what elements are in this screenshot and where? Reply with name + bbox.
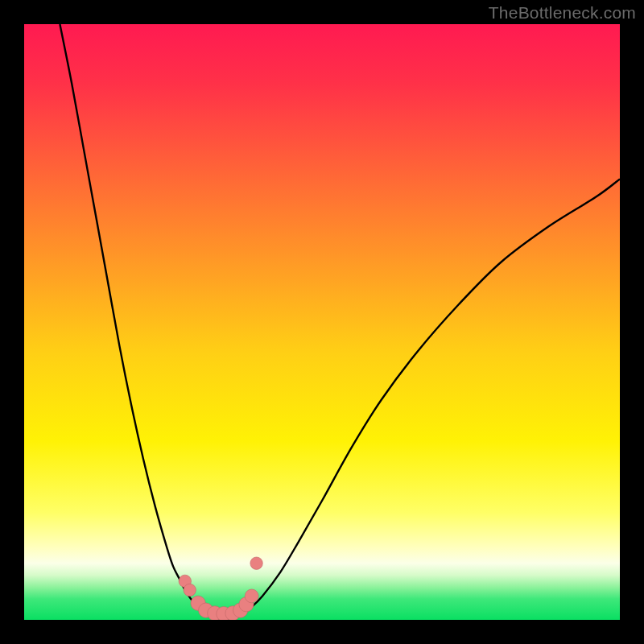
outer-frame: TheBottleneck.com: [0, 0, 644, 644]
valley-markers: [179, 557, 262, 620]
marker-point: [245, 589, 258, 603]
watermark-text: TheBottleneck.com: [489, 3, 636, 23]
bottleneck-curve: [60, 24, 620, 616]
plot-area: [24, 24, 620, 620]
marker-point: [250, 557, 262, 569]
curve-layer: [24, 24, 620, 620]
marker-point: [184, 584, 196, 596]
